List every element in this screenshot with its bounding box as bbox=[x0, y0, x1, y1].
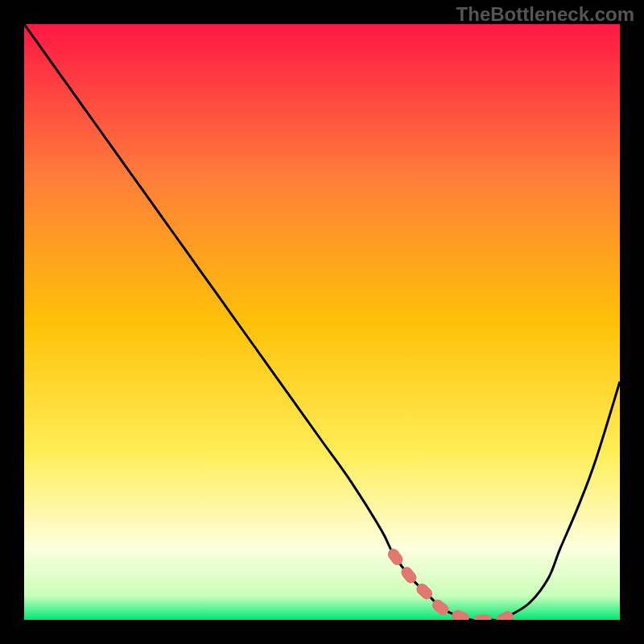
gradient-background bbox=[24, 24, 620, 620]
watermark-text: TheBottleneck.com bbox=[456, 3, 634, 26]
chart-container: TheBottleneck.com bbox=[0, 0, 644, 644]
bottleneck-chart bbox=[24, 24, 620, 620]
plot-area bbox=[24, 24, 620, 620]
